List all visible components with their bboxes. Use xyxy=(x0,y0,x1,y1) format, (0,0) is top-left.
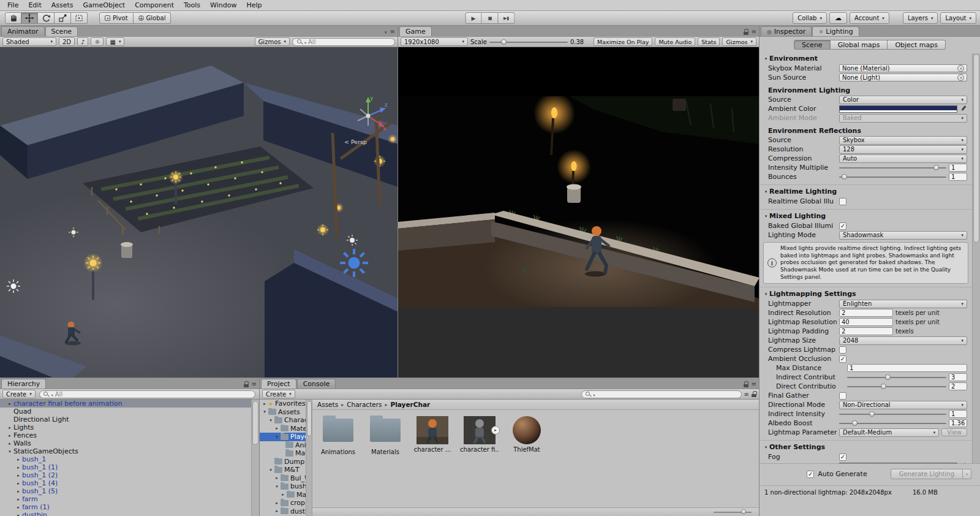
persp-label[interactable]: < Persp xyxy=(344,138,367,145)
hierarchy-item[interactable]: bush_1 xyxy=(0,455,251,463)
menu-help[interactable]: Help xyxy=(241,1,266,10)
hand-tool-button[interactable] xyxy=(5,12,21,24)
lock-icon[interactable] xyxy=(744,381,748,387)
tab-hierarchy[interactable]: Hierarchy xyxy=(1,379,46,389)
tab-game[interactable]: Game xyxy=(399,26,432,36)
hierarchy-item[interactable]: StaticGameObjects xyxy=(0,447,251,455)
search-filter-dropdown-icon[interactable] xyxy=(304,39,306,45)
scene-audio-toggle[interactable]: ♪ xyxy=(77,37,88,46)
hierarchy-item[interactable]: character final before animation xyxy=(0,400,251,408)
hierarchy-item[interactable]: Lights xyxy=(0,423,251,431)
pivot-toggle-button[interactable]: Pivot xyxy=(99,12,134,24)
other-settings-header[interactable]: Other Settings xyxy=(760,442,972,452)
foldout-icon[interactable] xyxy=(273,484,281,489)
menu-edit[interactable]: Edit xyxy=(23,1,46,10)
project-tree-item[interactable]: Mater xyxy=(260,425,312,433)
foldout-icon[interactable] xyxy=(267,468,274,472)
max-distance-field[interactable]: 1 xyxy=(847,364,967,372)
indirect-contribution-value[interactable]: 3 xyxy=(949,373,967,381)
eyedropper-icon[interactable] xyxy=(960,105,967,113)
layers-dropdown[interactable]: Layers xyxy=(903,12,938,24)
foldout-icon[interactable] xyxy=(15,489,22,494)
scene-search-input[interactable]: All xyxy=(292,38,395,46)
breadcrumb-item[interactable]: Assets xyxy=(317,401,347,408)
asset-item[interactable]: Animations xyxy=(318,415,358,455)
project-tree-item[interactable]: Playe xyxy=(260,433,312,441)
refl-source-dropdown[interactable]: Skybox xyxy=(839,136,967,145)
lightmapper-dropdown[interactable]: Enlighten xyxy=(839,300,967,308)
expand-subassets-icon[interactable] xyxy=(491,426,500,434)
scrollbar-thumb[interactable] xyxy=(252,401,258,445)
move-tool-button[interactable] xyxy=(21,12,38,24)
fog-checkbox[interactable] xyxy=(839,453,846,461)
menu-gameobject[interactable]: GameObject xyxy=(78,1,130,10)
ambient-occlusion-checkbox[interactable] xyxy=(839,355,846,363)
menu-component[interactable]: Component xyxy=(130,1,179,10)
menu-assets[interactable]: Assets xyxy=(47,1,78,10)
foldout-icon[interactable] xyxy=(15,497,22,502)
global-toggle-button[interactable]: Global xyxy=(134,12,172,24)
lock-icon[interactable] xyxy=(244,381,249,387)
lightmap-padding-field[interactable]: 2 xyxy=(839,327,893,335)
project-tree-item[interactable]: crop xyxy=(260,499,312,507)
panel-menu-icon[interactable] xyxy=(752,28,756,36)
scene-lighting-toggle[interactable]: ☼ xyxy=(91,37,104,46)
panel-dropdown-icon[interactable] xyxy=(385,28,387,36)
search-by-label-icon[interactable] xyxy=(752,391,756,397)
foldout-icon[interactable] xyxy=(273,509,281,514)
scrollbar-thumb[interactable] xyxy=(973,54,979,243)
game-viewport[interactable] xyxy=(398,47,759,378)
hierarchy-item[interactable]: Fences xyxy=(0,431,251,439)
hierarchy-scrollbar[interactable] xyxy=(251,400,259,516)
search-filter-dropdown-icon[interactable] xyxy=(51,391,53,398)
foldout-icon[interactable] xyxy=(261,401,268,406)
2d-toggle-button[interactable]: 2D xyxy=(59,37,75,46)
subtab-global-maps[interactable]: Global maps xyxy=(831,40,888,50)
lightmapping-settings-header[interactable]: Lightmapping Settings xyxy=(760,289,972,299)
direct-contribution-slider[interactable] xyxy=(847,382,946,390)
object-picker-icon[interactable] xyxy=(957,65,964,72)
rotate-tool-button[interactable] xyxy=(38,12,55,24)
tab-lighting[interactable]: ☼ Lighting xyxy=(812,26,859,36)
realtime-gi-checkbox[interactable] xyxy=(839,198,846,205)
zoom-slider-thumb[interactable] xyxy=(741,509,746,514)
slider-thumb[interactable] xyxy=(869,411,875,417)
scene-gizmos-dropdown[interactable]: Gizmos xyxy=(255,37,290,46)
scene-dustbin[interactable] xyxy=(121,242,133,258)
foldout-icon[interactable] xyxy=(6,401,13,406)
mixed-lighting-header[interactable]: Mixed Lighting xyxy=(760,211,972,221)
foldout-icon[interactable] xyxy=(6,441,13,446)
asset-item[interactable]: character ... xyxy=(413,415,452,455)
hierarchy-item[interactable]: bush_1 (5) xyxy=(0,487,251,495)
mute-audio-button[interactable]: Mute Audio xyxy=(655,37,695,46)
final-gather-checkbox[interactable] xyxy=(839,392,846,400)
pause-button[interactable]: ▮▮ xyxy=(482,12,499,24)
foldout-icon[interactable] xyxy=(6,425,13,430)
foldout-icon[interactable] xyxy=(15,473,22,478)
foldout-icon[interactable] xyxy=(6,449,13,454)
breadcrumb-item[interactable]: Characters xyxy=(347,401,390,408)
hierarchy-item[interactable]: Directional Light xyxy=(0,415,251,423)
ambient-color-swatch[interactable] xyxy=(839,105,957,113)
panel-menu-icon[interactable] xyxy=(752,380,756,388)
game-resolution-dropdown[interactable]: 1920x1080 xyxy=(401,37,468,46)
game-gizmos-dropdown[interactable]: Gizmos xyxy=(722,37,756,46)
project-search-input[interactable] xyxy=(581,390,742,398)
baked-gi-checkbox[interactable] xyxy=(839,222,846,230)
asset-item[interactable]: character fi... xyxy=(460,415,499,455)
layout-dropdown[interactable]: Layout xyxy=(940,12,976,24)
refl-resolution-dropdown[interactable]: 128 xyxy=(839,145,967,154)
directional-mode-dropdown[interactable]: Non-Directional xyxy=(839,401,967,409)
foldout-icon[interactable] xyxy=(273,501,281,506)
shading-mode-dropdown[interactable]: Shaded xyxy=(2,37,56,46)
slider-thumb[interactable] xyxy=(933,165,939,170)
hierarchy-item[interactable]: dustbin xyxy=(0,511,251,516)
tab-inspector[interactable]: ◎ Inspector xyxy=(761,26,812,36)
indirect-intensity-value[interactable]: 1 xyxy=(949,410,967,418)
hierarchy-create-dropdown[interactable]: Create xyxy=(2,390,36,398)
inspector-scrollbar[interactable] xyxy=(972,53,980,463)
hierarchy-item[interactable]: bush_1 (4) xyxy=(0,479,251,487)
menu-file[interactable]: File xyxy=(2,1,23,10)
hierarchy-item[interactable]: bush_1 (1) xyxy=(0,463,251,471)
tab-scene[interactable]: Scene xyxy=(45,26,78,36)
